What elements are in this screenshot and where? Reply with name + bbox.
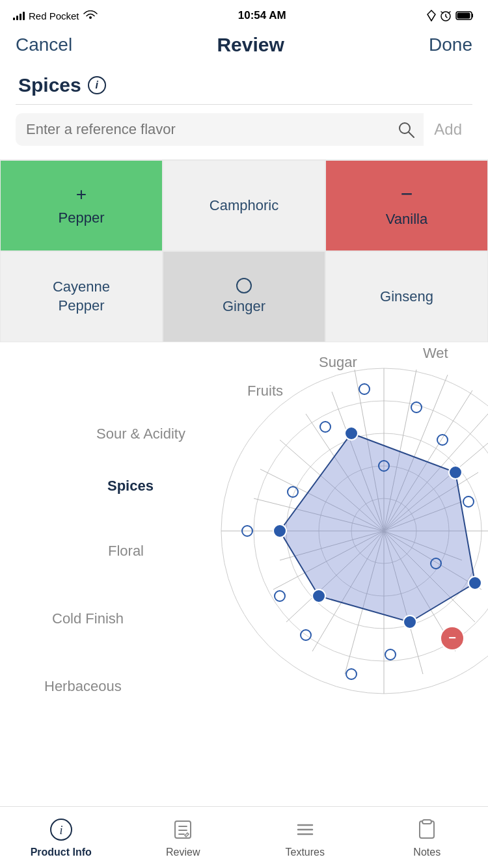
flavor-circle-icon <box>236 278 252 293</box>
cancel-button[interactable]: Cancel <box>16 34 72 55</box>
tab-product-info[interactable]: i Product Info <box>0 817 122 858</box>
radar-label-floral: Floral <box>108 543 144 560</box>
section-title-row: Spices i <box>0 64 488 104</box>
flavor-positive-icon: + <box>76 184 87 205</box>
svg-rect-66 <box>422 820 431 824</box>
done-button[interactable]: Done <box>429 34 472 55</box>
search-row: Add <box>0 105 488 154</box>
tab-notes-label: Notes <box>413 847 441 858</box>
product-info-icon: i <box>48 817 74 843</box>
alarm-icon <box>440 10 452 21</box>
battery-icon <box>455 10 475 21</box>
search-input[interactable] <box>26 121 378 138</box>
flavor-cell-vanilla[interactable]: − Vanilla <box>325 160 488 251</box>
flavor-label: Pepper <box>59 209 105 228</box>
svg-rect-61 <box>175 821 191 838</box>
tab-review-label: Review <box>166 847 200 858</box>
flavor-cell-pepper[interactable]: + Pepper <box>0 160 163 251</box>
flavor-grid: + Pepper Camphoric − Vanilla CayennePepp… <box>0 159 488 342</box>
clock: 10:54 AM <box>238 9 286 22</box>
search-input-wrap <box>16 113 388 146</box>
search-button[interactable] <box>388 113 424 146</box>
search-icon <box>398 121 414 138</box>
location-icon <box>427 10 436 21</box>
carrier-name: Red Pocket <box>29 10 79 21</box>
radar-label-fruits: Fruits <box>247 383 283 400</box>
review-icon <box>170 817 196 843</box>
nav-title: Review <box>217 34 284 56</box>
svg-text:i: i <box>59 824 62 837</box>
flavor-cell-camphoric[interactable]: Camphoric <box>163 160 325 251</box>
radar-chart: − Sugar Wet Fruits Sour & Acidity Spices… <box>0 342 488 707</box>
flavor-label: CayennePepper <box>53 278 110 315</box>
add-button[interactable]: Add <box>424 113 472 146</box>
flavor-cell-cayenne[interactable]: CayennePepper <box>0 251 163 342</box>
textures-icon <box>292 817 318 843</box>
flavor-label: Vanilla <box>386 210 427 229</box>
carrier-info: Red Pocket <box>13 10 98 21</box>
tab-bar: i Product Info Review Textures <box>0 806 488 868</box>
signal-icon <box>13 11 25 20</box>
info-icon-button[interactable]: i <box>88 76 106 94</box>
flavor-cell-ginseng[interactable]: Ginseng <box>325 251 488 342</box>
flavor-negative-icon: − <box>401 182 413 206</box>
flavor-label: Ginger <box>223 297 265 316</box>
status-icons <box>427 10 475 21</box>
tab-review[interactable]: Review <box>122 817 245 858</box>
section-title: Spices <box>18 74 81 96</box>
radar-label-wet: Wet <box>423 345 448 362</box>
radar-label-sugar: Sugar <box>319 354 357 371</box>
radar-label-sour: Sour & Acidity <box>96 426 185 442</box>
radar-labels: Sugar Wet Fruits Sour & Acidity Spices F… <box>0 342 488 707</box>
tab-textures-label: Textures <box>286 847 325 858</box>
wifi-icon <box>83 10 98 21</box>
nav-bar: Cancel Review Done <box>0 29 488 64</box>
flavor-cell-ginger[interactable]: Ginger <box>163 251 325 342</box>
flavor-label: Ginseng <box>380 288 433 306</box>
tab-notes[interactable]: Notes <box>366 817 489 858</box>
notes-icon <box>414 817 440 843</box>
tab-textures[interactable]: Textures <box>244 817 366 858</box>
status-bar: Red Pocket 10:54 AM <box>0 0 488 29</box>
radar-label-herbaceous: Herbaceous <box>44 678 122 695</box>
flavor-label: Camphoric <box>210 197 278 215</box>
tab-product-info-label: Product Info <box>31 847 92 858</box>
radar-label-cold-finish: Cold Finish <box>52 610 124 627</box>
radar-label-spices: Spices <box>107 478 154 495</box>
svg-rect-2 <box>457 13 470 19</box>
svg-line-4 <box>409 132 414 137</box>
